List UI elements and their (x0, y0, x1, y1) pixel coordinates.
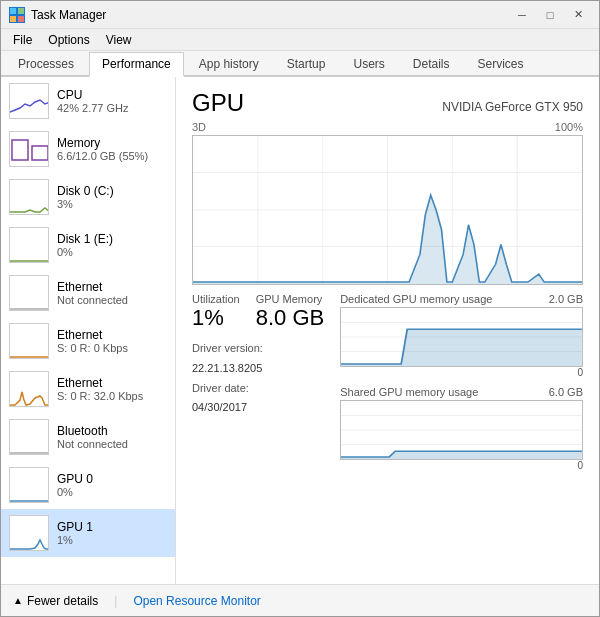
fewer-details-label: Fewer details (27, 594, 98, 608)
eth2-thumb (9, 323, 49, 359)
shared-memory-chart (340, 400, 583, 460)
chart-max-label: 100% (555, 121, 583, 133)
svg-rect-2 (10, 16, 16, 22)
dedicated-min: 0 (340, 367, 583, 378)
maximize-button[interactable]: □ (537, 5, 563, 25)
app-icon (9, 7, 25, 23)
tab-users[interactable]: Users (340, 52, 397, 75)
shared-max: 6.0 GB (549, 386, 583, 398)
driver-info: Driver version: 22.21.13.8205 Driver dat… (192, 339, 324, 418)
title-bar: Task Manager ─ □ ✕ (1, 1, 599, 29)
chart-3d-label: 3D (192, 121, 206, 133)
window-controls: ─ □ ✕ (509, 5, 591, 25)
tab-details[interactable]: Details (400, 52, 463, 75)
dedicated-max: 2.0 GB (549, 293, 583, 305)
memory-stat: GPU Memory 8.0 GB (256, 293, 324, 331)
gpu1-value: 1% (57, 534, 167, 546)
bluetooth-name: Bluetooth (57, 424, 167, 438)
memory-value: 6.6/12.0 GB (55%) (57, 150, 167, 162)
disk0-name: Disk 0 (C:) (57, 184, 167, 198)
shared-memory-section: Shared GPU memory usage 6.0 GB (340, 386, 583, 471)
sidebar-item-bluetooth[interactable]: Bluetooth Not connected (1, 413, 175, 461)
svg-marker-18 (341, 329, 582, 366)
sidebar: CPU 42% 2.77 GHz Memory 6.6/12.0 GB (55%… (1, 77, 176, 584)
sidebar-item-gpu0[interactable]: GPU 0 0% (1, 461, 175, 509)
gpu1-thumb (9, 515, 49, 551)
minimize-button[interactable]: ─ (509, 5, 535, 25)
tab-app-history[interactable]: App history (186, 52, 272, 75)
sidebar-item-eth1[interactable]: Ethernet Not connected (1, 269, 175, 317)
driver-date-label: Driver date: (192, 382, 249, 394)
sidebar-item-eth3[interactable]: Ethernet S: 0 R: 32.0 Kbps (1, 365, 175, 413)
footer: ▲ Fewer details | Open Resource Monitor (1, 584, 599, 616)
shared-min: 0 (340, 460, 583, 471)
driver-version-value: 22.21.13.8205 (192, 359, 324, 379)
utilization-value: 1% (192, 305, 240, 331)
gpu1-name: GPU 1 (57, 520, 167, 534)
cpu-name: CPU (57, 88, 167, 102)
gpu-utilization-chart (192, 135, 583, 285)
utilization-stat: Utilization 1% (192, 293, 240, 331)
sidebar-item-disk0[interactable]: Disk 0 (C:) 3% (1, 173, 175, 221)
dedicated-memory-section: Dedicated GPU memory usage 2.0 GB (340, 293, 583, 378)
open-resource-monitor-link[interactable]: Open Resource Monitor (133, 594, 260, 608)
gpu-chart-container: 3D 100% (192, 121, 583, 285)
memory-name: Memory (57, 136, 167, 150)
sidebar-item-eth2[interactable]: Ethernet S: 0 R: 0 Kbps (1, 317, 175, 365)
disk1-name: Disk 1 (E:) (57, 232, 167, 246)
cpu-value: 42% 2.77 GHz (57, 102, 167, 114)
cpu-thumb (9, 83, 49, 119)
eth2-name: Ethernet (57, 328, 167, 342)
disk1-thumb (9, 227, 49, 263)
gpu0-name: GPU 0 (57, 472, 167, 486)
content-area: CPU 42% 2.77 GHz Memory 6.6/12.0 GB (55%… (1, 77, 599, 584)
tab-startup[interactable]: Startup (274, 52, 339, 75)
svg-rect-5 (32, 146, 48, 160)
disk0-value: 3% (57, 198, 167, 210)
memory-thumb (9, 131, 49, 167)
driver-date-value: 04/30/2017 (192, 398, 324, 418)
main-panel: GPU NVIDIA GeForce GTX 950 3D 100% (176, 77, 599, 584)
bluetooth-thumb (9, 419, 49, 455)
menu-file[interactable]: File (5, 31, 40, 49)
window-title: Task Manager (31, 8, 509, 22)
footer-separator: | (114, 594, 117, 608)
gpu-title: GPU (192, 89, 244, 117)
sidebar-item-disk1[interactable]: Disk 1 (E:) 0% (1, 221, 175, 269)
svg-rect-1 (18, 8, 24, 14)
svg-rect-4 (12, 140, 28, 160)
menu-options[interactable]: Options (40, 31, 97, 49)
dedicated-memory-chart (340, 307, 583, 367)
disk0-thumb (9, 179, 49, 215)
eth3-thumb (9, 371, 49, 407)
stats-driver-section: Utilization 1% GPU Memory 8.0 GB Driver … (192, 293, 324, 479)
svg-marker-22 (341, 451, 582, 459)
eth1-value: Not connected (57, 294, 167, 306)
tab-processes[interactable]: Processes (5, 52, 87, 75)
tab-services[interactable]: Services (465, 52, 537, 75)
bottom-section: Utilization 1% GPU Memory 8.0 GB Driver … (192, 293, 583, 479)
sidebar-item-memory[interactable]: Memory 6.6/12.0 GB (55%) (1, 125, 175, 173)
bluetooth-value: Not connected (57, 438, 167, 450)
eth3-name: Ethernet (57, 376, 167, 390)
sidebar-item-cpu[interactable]: CPU 42% 2.77 GHz (1, 77, 175, 125)
close-button[interactable]: ✕ (565, 5, 591, 25)
menu-view[interactable]: View (98, 31, 140, 49)
tab-bar: Processes Performance App history Startu… (1, 51, 599, 77)
sidebar-item-gpu1[interactable]: GPU 1 1% (1, 509, 175, 557)
svg-rect-3 (18, 16, 24, 22)
menu-bar: File Options View (1, 29, 599, 51)
eth1-thumb (9, 275, 49, 311)
gpu-model: NVIDIA GeForce GTX 950 (442, 100, 583, 114)
fewer-details-button[interactable]: ▲ Fewer details (13, 594, 98, 608)
gpu0-value: 0% (57, 486, 167, 498)
eth1-name: Ethernet (57, 280, 167, 294)
memory-label: GPU Memory (256, 293, 324, 305)
gpu-header: GPU NVIDIA GeForce GTX 950 (192, 89, 583, 117)
svg-rect-0 (10, 8, 16, 14)
disk1-value: 0% (57, 246, 167, 258)
driver-version-label: Driver version: (192, 342, 263, 354)
tab-performance[interactable]: Performance (89, 52, 184, 77)
dedicated-label: Dedicated GPU memory usage (340, 293, 492, 305)
utilization-label: Utilization (192, 293, 240, 305)
